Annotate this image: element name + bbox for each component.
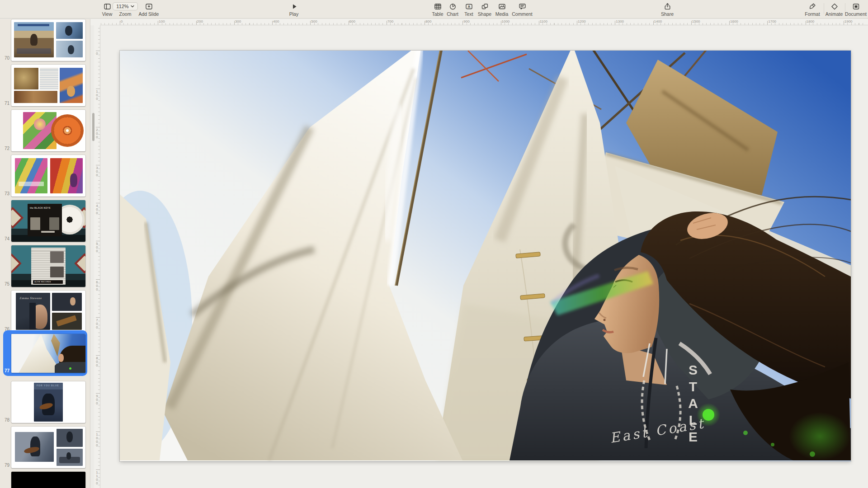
slide-thumbnail-78[interactable]: FOR YOU BLUE xyxy=(11,381,85,423)
ruler-label-v: 0 xyxy=(94,52,100,56)
play-icon xyxy=(290,2,298,10)
slide-thumbnail-74[interactable]: the BLACK KEYS xyxy=(11,200,85,242)
animate-diamond-icon xyxy=(830,2,838,10)
toolbar: View 112% Zoom Add Slide Play Table Char… xyxy=(0,0,868,19)
ruler-label-v: 1 0 0 0 xyxy=(94,433,100,447)
ruler-label-v: 6 0 0 xyxy=(94,281,100,291)
media-image-icon xyxy=(498,2,506,10)
album-title: the BLACK KEYS xyxy=(30,206,51,209)
ruler-label-h: 200 xyxy=(197,19,203,23)
slide-thumbnail-73[interactable] xyxy=(11,155,85,197)
ruler-label-v: 7 0 0 xyxy=(94,319,100,329)
psychedelic-cover xyxy=(15,158,47,193)
ruler-label-h: 0 xyxy=(121,19,123,23)
ruler-label-h: 700 xyxy=(387,19,393,23)
ruler-label-h: 800 xyxy=(425,19,431,23)
share-icon xyxy=(664,2,671,10)
slide-number: 70 xyxy=(0,56,9,61)
album-photo xyxy=(14,68,38,89)
format-brush-icon xyxy=(809,2,816,10)
slide-canvas[interactable]: STALE East Coast xyxy=(120,51,851,461)
vertical-ruler: 01 0 02 0 03 0 04 0 05 0 06 0 07 0 08 0 … xyxy=(94,25,100,488)
slide-thumbnail-80[interactable] xyxy=(11,472,85,488)
video-still xyxy=(52,313,82,330)
play-button[interactable]: Play xyxy=(277,2,311,17)
slide-thumbnail-70[interactable] xyxy=(11,19,85,61)
label-text: ALIVE RECORDS xyxy=(34,281,51,283)
ruler-label-h: 300 xyxy=(235,19,241,23)
ruler-label-v: 5 0 0 xyxy=(94,242,100,253)
ruler-label-h: 1700 xyxy=(768,19,776,23)
ruler-corner xyxy=(90,19,100,25)
ruler-label-v: 2 0 0 xyxy=(94,128,100,139)
ruler-label-h: 1600 xyxy=(730,19,738,23)
zoom-label: Zoom xyxy=(119,11,132,17)
slide-number: 79 xyxy=(0,463,9,468)
for-you-blue-photo: FOR YOU BLUE xyxy=(34,383,63,422)
video-still xyxy=(52,293,82,311)
black-keys-album: the BLACK KEYS xyxy=(28,204,62,236)
ruler-label-h: 100 xyxy=(159,19,165,23)
liner-notes xyxy=(40,68,58,89)
psychedelic-cover xyxy=(50,158,83,193)
slide-number-selected: 77 xyxy=(0,368,9,373)
panorama-photo xyxy=(14,91,57,103)
slide-navigator: 70 71 72 73 xyxy=(0,19,90,488)
crowd-photo xyxy=(60,68,83,103)
ruler-label-v: 1 1 0 0 xyxy=(94,471,100,485)
zoom-value: 112% xyxy=(116,4,128,9)
slide-number: 75 xyxy=(0,282,9,286)
album-title: Emma Stevens xyxy=(19,296,42,300)
slide-thumbnail-75[interactable]: ALIVE RECORDS xyxy=(11,245,85,287)
orange-vinyl-record xyxy=(51,114,84,147)
ruler-label-h: 900 xyxy=(463,19,469,23)
ruler-label-v: 8 0 0 xyxy=(94,357,100,367)
ruler-label-v: 9 0 0 xyxy=(94,394,100,405)
slide-number: 72 xyxy=(0,146,9,151)
slide-thumbnail-76[interactable]: Emma Stevens xyxy=(11,291,85,332)
add-slide-button[interactable]: Add Slide xyxy=(132,2,166,17)
album-photo xyxy=(14,22,54,57)
ruler-label-h: 1800 xyxy=(807,19,815,23)
portrait-photo xyxy=(57,429,83,447)
slide-thumbnail-77[interactable] xyxy=(11,334,85,373)
slide-number: 74 xyxy=(0,236,9,241)
ruler-label-h: 600 xyxy=(349,19,355,23)
navigator-scrollbar-thumb[interactable] xyxy=(92,113,94,141)
comment-icon xyxy=(519,2,526,10)
slide-photo-tipi-girl: STALE East Coast xyxy=(120,51,851,461)
ruler-label-h: 1400 xyxy=(654,19,662,23)
ruler-label-h: 1300 xyxy=(616,19,624,23)
ruler-label-v: 1 0 0 xyxy=(94,90,100,101)
guitarist-photo xyxy=(15,432,54,462)
ruler-label-h: 1500 xyxy=(692,19,700,23)
slide-thumbnail-72[interactable] xyxy=(11,110,85,151)
slide-thumbnail-79[interactable] xyxy=(11,427,85,468)
girl-face xyxy=(58,354,64,362)
ruler-label-v: 4 0 0 xyxy=(94,204,100,215)
emma-album: Emma Stevens xyxy=(16,293,50,330)
document-button[interactable]: Document xyxy=(839,2,868,17)
couch-photo xyxy=(57,449,83,466)
singer-photo xyxy=(56,22,83,39)
comment-button[interactable]: Comment xyxy=(505,2,539,17)
flare-dot xyxy=(69,367,71,370)
slide-thumbnail-71[interactable] xyxy=(11,65,85,106)
ruler-label-h: 500 xyxy=(311,19,317,23)
slide-number: 78 xyxy=(0,418,9,422)
slide-number: 73 xyxy=(0,191,9,196)
photo-title: FOR YOU BLUE xyxy=(37,384,59,387)
singer-photo xyxy=(56,41,83,57)
ruler-label-h: 1900 xyxy=(844,19,853,23)
slide-number: 71 xyxy=(0,101,9,106)
add-slide-icon xyxy=(145,2,153,10)
ruler-label-h: 1100 xyxy=(540,19,547,23)
share-button[interactable]: Share xyxy=(650,2,684,17)
ruler-label-v: 3 0 0 xyxy=(94,166,100,177)
horizontal-ruler: 0100200300400500600700800900100011001200… xyxy=(100,19,868,25)
ruler-label-h: 1000 xyxy=(502,19,510,23)
ruler-label-h: 1200 xyxy=(578,19,586,23)
ruler-label-h: 400 xyxy=(273,19,279,23)
liner-sheet: ALIVE RECORDS xyxy=(31,248,66,285)
document-icon xyxy=(852,2,860,10)
